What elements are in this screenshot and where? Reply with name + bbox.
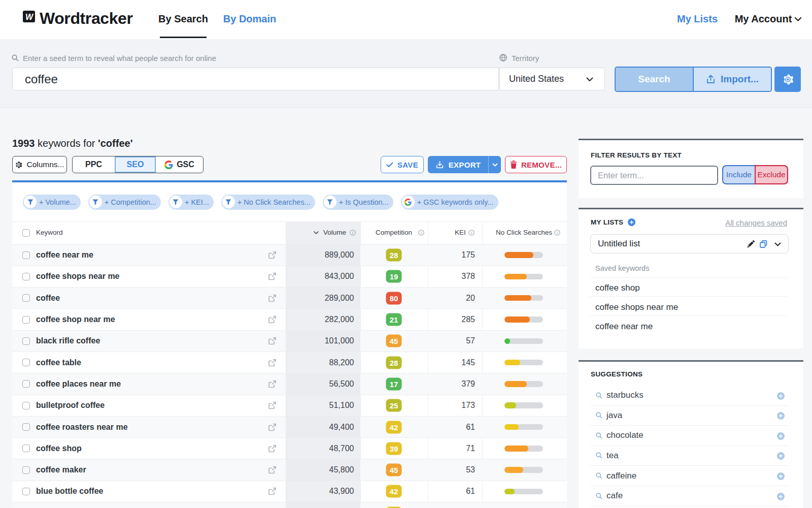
svg-text:W: W xyxy=(25,13,34,21)
